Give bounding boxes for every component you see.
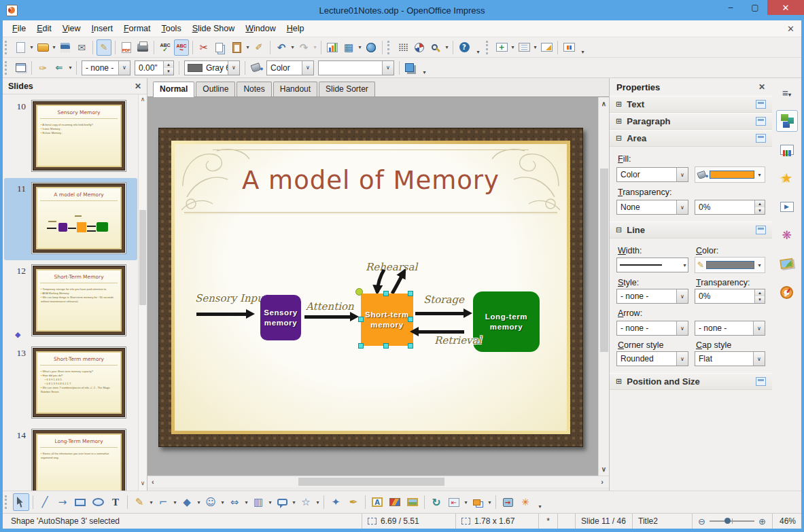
animation-indicator-icon[interactable]: ◆ <box>15 330 24 339</box>
help-icon[interactable]: ? <box>459 42 470 52</box>
stars-dropdown[interactable] <box>315 499 321 506</box>
new-slide-icon[interactable]: + <box>496 43 508 52</box>
area-fill-type-select[interactable]: Color <box>616 167 688 182</box>
paste-dropdown[interactable] <box>245 44 251 50</box>
spellcheck-icon[interactable]: ABC <box>160 43 170 52</box>
scrollbar-thumb[interactable] <box>139 210 146 305</box>
vertical-scrollbar[interactable]: ∧ ∨ <box>598 97 609 476</box>
new-document-icon[interactable] <box>16 42 25 53</box>
scroll-down-icon[interactable]: ∨ <box>139 480 147 489</box>
edit-points-tool[interactable]: ✦ <box>328 493 344 511</box>
selection-handle[interactable] <box>408 291 413 296</box>
toolbar-overflow[interactable] <box>421 60 428 75</box>
zoom-in-icon[interactable]: ⊕ <box>758 516 766 527</box>
text-dialog-launcher-icon[interactable] <box>756 100 766 109</box>
clone-formatting-icon[interactable]: ✐ <box>251 39 266 56</box>
basic-shapes-dropdown[interactable] <box>196 499 202 506</box>
box-long-term-memory[interactable]: Long-term memory <box>473 291 540 352</box>
slide-thumbnail-row-10[interactable]: 10 Sensory Memory A literal copy of inco… <box>4 96 137 178</box>
tab-slide-sorter[interactable]: Slide Sorter <box>319 82 375 96</box>
zoom-dropdown[interactable] <box>444 44 450 50</box>
collapse-icon[interactable] <box>616 134 622 143</box>
spin-up-icon[interactable]: ▲ <box>164 61 173 68</box>
sidebar-tab-navigator[interactable] <box>776 281 798 303</box>
adjust-handle[interactable] <box>355 288 363 296</box>
maximize-button[interactable]: ▢ <box>743 0 767 15</box>
arrange-tool[interactable] <box>470 493 486 511</box>
navigator-icon[interactable] <box>415 43 424 52</box>
label-attention[interactable]: Attention <box>306 300 354 313</box>
area-fill-color-picker[interactable] <box>695 166 765 183</box>
scroll-left-icon[interactable]: ‹ <box>152 478 154 486</box>
line-transparency-spinner[interactable]: 0%▲▼ <box>695 289 765 304</box>
properties-close-icon[interactable]: ✕ <box>758 82 765 92</box>
line-style-select[interactable]: - none - <box>616 289 688 304</box>
fill-type-select[interactable]: Color <box>266 60 314 75</box>
expand-icon[interactable] <box>616 377 622 386</box>
line-color-select[interactable]: Gray 6 <box>184 60 240 75</box>
fill-color-select[interactable] <box>318 60 394 75</box>
close-button[interactable]: ✕ <box>767 0 804 15</box>
section-line[interactable]: Line <box>610 221 772 238</box>
chevron-down-icon[interactable] <box>753 321 765 335</box>
horizontal-scrollbar[interactable]: ‹ › <box>147 476 609 487</box>
selection-handle[interactable] <box>358 317 364 322</box>
curve-tool[interactable]: ✎ <box>131 493 147 511</box>
selection-handle[interactable] <box>358 343 364 349</box>
scroll-up-icon[interactable]: ∧ <box>139 96 147 105</box>
glue-points-tool[interactable]: ✒ <box>345 493 362 511</box>
toolbar-overflow[interactable] <box>536 495 544 510</box>
menu-window[interactable]: Window <box>240 21 281 36</box>
tab-handout[interactable]: Handout <box>273 82 317 96</box>
new-slide-dropdown[interactable] <box>510 44 516 50</box>
slides-panel-scrollbar[interactable]: ∧ ∨ <box>138 94 147 491</box>
menu-view[interactable]: View <box>57 21 86 36</box>
start-presentation-icon[interactable] <box>563 43 575 52</box>
scroll-right-icon[interactable]: › <box>601 478 604 486</box>
arrow-storage[interactable] <box>415 312 464 315</box>
transparency-spinner[interactable]: 0%▲▼ <box>695 200 765 215</box>
line-color-dropdown[interactable] <box>756 262 763 268</box>
zoom-percent[interactable]: 46% <box>773 514 801 529</box>
fontwork-tool[interactable]: A <box>369 493 385 511</box>
tab-notes[interactable]: Notes <box>237 82 271 96</box>
open-dropdown[interactable] <box>51 44 57 50</box>
toolbar-grip[interactable] <box>387 41 392 54</box>
display-grid-icon[interactable]: ⣿⣿ <box>396 39 410 56</box>
new-document-dropdown[interactable] <box>29 44 35 50</box>
chevron-down-icon[interactable] <box>676 168 688 181</box>
box-sensory-memory[interactable]: Sensory memory <box>260 295 301 340</box>
block-arrows-tool[interactable]: ⇔ <box>226 493 243 511</box>
export-pdf-icon[interactable]: PDF <box>122 42 131 53</box>
sidebar-tab-master-pages[interactable] <box>776 139 798 160</box>
flowchart-tool[interactable]: ▥ <box>250 493 266 511</box>
chevron-down-icon[interactable] <box>676 200 688 214</box>
chevron-down-icon[interactable] <box>118 61 130 75</box>
slide-workspace[interactable]: A model of Memory Sensory Input Sensory … <box>147 97 598 476</box>
section-area[interactable]: Area <box>610 130 772 147</box>
zoom-slider[interactable]: ⊖ ⊕ <box>693 514 773 529</box>
scrollbar-thumb[interactable] <box>298 478 444 486</box>
paste-icon[interactable] <box>232 42 241 53</box>
close-document-icon[interactable]: ✕ <box>787 24 794 34</box>
symbol-shapes-dropdown[interactable] <box>220 499 226 506</box>
chevron-down-icon[interactable] <box>382 61 394 75</box>
zoom-icon[interactable] <box>432 44 438 50</box>
slide-layout-icon[interactable] <box>519 43 530 52</box>
insert-picture-tool[interactable] <box>387 493 403 511</box>
scroll-down-icon[interactable]: ∨ <box>599 465 609 473</box>
curve-dropdown[interactable] <box>148 499 154 506</box>
animation-tool[interactable]: → <box>500 493 516 511</box>
flowchart-dropdown[interactable] <box>267 499 273 506</box>
slide-canvas[interactable]: A model of Memory Sensory Input Sensory … <box>158 128 583 447</box>
line-style-select[interactable]: - none - <box>82 60 130 75</box>
slide-thumbnail-row-11-selected[interactable]: 11 A model of Memory <box>4 178 137 260</box>
selection-handle[interactable] <box>383 291 389 296</box>
menu-slide-show[interactable]: Slide Show <box>187 21 241 36</box>
callouts-dropdown[interactable] <box>291 499 297 506</box>
tab-outline[interactable]: Outline <box>196 82 235 96</box>
line-dialog-launcher-icon[interactable] <box>756 226 766 234</box>
tab-normal[interactable]: Normal <box>153 82 194 97</box>
table-dropdown[interactable] <box>357 44 363 50</box>
area-style-bucket-icon[interactable] <box>250 63 261 72</box>
